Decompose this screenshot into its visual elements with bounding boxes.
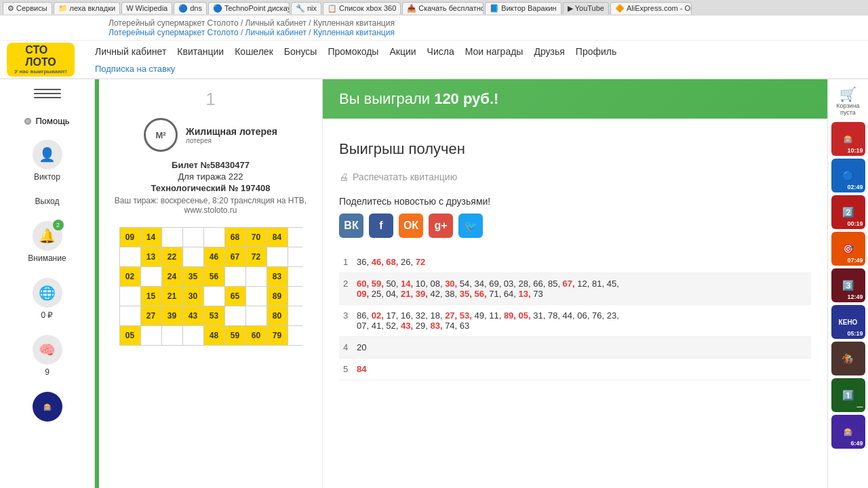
round-numbers: 36, 46, 68, 26, 72 [353, 251, 811, 273]
draw-results-table: 1 36, 46, 68, 26, 72 2 60, 59, 50, 14, 1… [339, 251, 811, 380]
share-text: Поделитесь новостью с друзьями! [339, 196, 811, 207]
win-received: Выигрыш получен [339, 140, 811, 158]
sidebar-item-european[interactable]: 🎰 [0, 388, 94, 426]
subscription-link[interactable]: Подписка на ставку [95, 64, 175, 74]
brain-icon: 🧠 [33, 335, 62, 365]
tab-xbox[interactable]: 📋 Список xbox 360 [323, 2, 401, 14]
lottery-logo: М² Жилищная лотерея лотерея [144, 113, 277, 155]
round-number: 3 [339, 305, 353, 337]
m2-icon: М² [144, 118, 178, 152]
bingo-grid: 09 14 68 70 84 13 22 46 67 72 [119, 227, 302, 346]
menu-toggle[interactable] [34, 86, 61, 106]
table-row: 3 86, 02, 17, 16, 32, 18, 27, 53, 49, 11… [339, 305, 811, 337]
share-vk-button[interactable]: ВК [339, 214, 363, 238]
page-body: Помощь 👤 Виктор Выход 🔔 2 Внимание 🌐 0 ₽ [0, 79, 868, 488]
nav-friends[interactable]: Друзья [534, 46, 564, 57]
lottery-subtitle: лотерея [186, 137, 277, 144]
nav-awards[interactable]: Мои награды [465, 46, 524, 57]
tab-nix[interactable]: 🔧 nix [291, 2, 321, 14]
ticket-draw: Для тиража 222 [106, 171, 315, 182]
tab-technopoint[interactable]: 🔵 TechnoPoint дискаун... [208, 2, 290, 14]
main-nav: Личный кабинет Квитанции Кошелек Бонусы … [88, 41, 868, 62]
tab-viktor[interactable]: 📘 Виктор Варакин [485, 2, 561, 14]
sidebar-item-balance[interactable]: 🌐 0 ₽ [0, 274, 94, 324]
right-sidebar: 🛒 Корзинапуста 🎰 10:19 🔵 02:49 2️⃣ 00:19… [827, 79, 868, 488]
game-tile-2[interactable]: 🔵 02:49 [831, 159, 865, 192]
bell-icon: 🔔 2 [33, 221, 62, 251]
round-number: 4 [339, 337, 353, 359]
game-tile-4[interactable]: 🎯 07:49 [831, 232, 865, 266]
nav-cabinet[interactable]: Личный кабинет [95, 46, 166, 57]
game-tile-3[interactable]: 2️⃣ 00:19 [831, 195, 865, 229]
scroll-number: 1 [205, 86, 215, 113]
win-banner: Вы выиграли 120 руб.! [323, 79, 827, 119]
browser-icon: 🌐 [33, 278, 62, 308]
breadcrumb: Лотерейный супермаркет Столото / Личный … [0, 16, 868, 41]
cart-button[interactable]: 🛒 Корзинапуста [836, 82, 859, 120]
nav-numbers[interactable]: Числа [427, 46, 454, 57]
round-number: 1 [339, 251, 353, 273]
ticket-number: Билет №58430477 [106, 160, 315, 170]
round-numbers: 84 [353, 359, 811, 380]
print-button[interactable]: 🖨 Распечатать квитанцию [339, 171, 811, 182]
tab-dns[interactable]: 🔵 dns [174, 2, 207, 14]
left-sidebar: Помощь 👤 Виктор Выход 🔔 2 Внимание 🌐 0 ₽ [0, 79, 95, 488]
printer-icon: 🖨 [339, 171, 349, 182]
game-tile-keno[interactable]: КЕНО 05:19 [831, 305, 865, 339]
ticket-tech: Технологический № 197408 [106, 183, 315, 193]
sub-nav: Подписка на ставку [88, 62, 868, 78]
tab-leha[interactable]: 📁 леха вкладки [54, 2, 121, 14]
share-fb-button[interactable]: f [369, 214, 393, 238]
sidebar-item-attention[interactable]: 🔔 2 Внимание [0, 217, 94, 267]
nav-actions[interactable]: Акции [389, 46, 416, 57]
win-amount: 120 руб.! [434, 90, 498, 107]
round-number: 5 [339, 359, 353, 380]
game-tile-horse[interactable]: 🏇 [831, 342, 865, 375]
nav-wallet[interactable]: Кошелек [235, 46, 273, 57]
nav-profile[interactable]: Профиль [576, 46, 616, 57]
table-row: 4 20 [339, 337, 811, 359]
sidebar-item-logout[interactable]: Выход [0, 192, 94, 210]
user-icon: 👤 [33, 140, 62, 169]
social-buttons: ВК f ОК g+ 🐦 [339, 214, 811, 238]
tab-wikipedia[interactable]: W Wicipedia [121, 2, 172, 14]
table-row: 2 60, 59, 50, 14, 10, 08, 30, 54, 34, 69… [339, 273, 811, 305]
cart-icon: 🛒 [840, 86, 856, 102]
results-panel: Вы выиграли 120 руб.! Выигрыш получен 🖨 … [323, 79, 827, 488]
round-numbers: 20 [353, 337, 811, 359]
eu-lotteries-icon: 🎰 [33, 392, 62, 422]
game-tile-loto[interactable]: 1️⃣ — [831, 378, 865, 412]
nav-promo[interactable]: Промокоды [328, 46, 378, 57]
stoloto-logo[interactable]: СТОЛОТО У нас выигрывают! [7, 43, 75, 77]
browser-tabs: ⚙ Сервисы 📁 леха вкладки W Wicipedia 🔵 d… [0, 0, 868, 16]
game-tile-5[interactable]: 3️⃣ 12:49 [831, 268, 865, 302]
game-tile-1[interactable]: 🎰 10:19 [831, 122, 865, 156]
results-section: Выигрыш получен 🖨 Распечатать квитанцию … [323, 127, 827, 394]
site-header: Лотерейный супермаркет Столото / Личный … [0, 16, 868, 79]
table-row: 1 36, 46, 68, 26, 72 [339, 251, 811, 273]
tab-download[interactable]: 📥 Скачать бесплатно н... [402, 2, 484, 14]
nav-bonuses[interactable]: Бонусы [284, 46, 317, 57]
share-gplus-button[interactable]: g+ [429, 214, 453, 238]
tab-services[interactable]: ⚙ Сервисы [3, 2, 52, 14]
game-tile-6-49[interactable]: 🎰 6:49 [831, 415, 865, 449]
ticket-info: Билет №58430477 Для тиража 222 Технологи… [106, 155, 315, 220]
share-tw-button[interactable]: 🐦 [458, 214, 483, 238]
ticket-panel: 1 М² Жилищная лотерея лотерея Билет №584… [99, 79, 323, 488]
ticket-schedule: Ваш тираж: воскресенье, 8:20 трансляция … [106, 196, 315, 215]
nav-receipts[interactable]: Квитанции [177, 46, 224, 57]
round-numbers: 60, 59, 50, 14, 10, 08, 30, 54, 34, 69, … [353, 273, 811, 305]
share-ok-button[interactable]: ОК [399, 214, 423, 238]
table-row: 5 84 [339, 359, 811, 380]
tab-youtube[interactable]: ▶ YouTube [563, 2, 609, 14]
help-link[interactable]: Помощь [18, 113, 76, 129]
help-dot-icon [24, 118, 31, 125]
lottery-name: Жилищная лотерея [186, 126, 277, 137]
round-numbers: 86, 02, 17, 16, 32, 18, 27, 53, 49, 11, … [353, 305, 811, 337]
round-number: 2 [339, 273, 353, 305]
tab-aliexpress[interactable]: 🔶 AliExpress.com - Onli... [610, 2, 692, 14]
sidebar-item-user[interactable]: 👤 Виктор [0, 136, 94, 186]
sidebar-item-count[interactable]: 🧠 9 [0, 331, 94, 381]
